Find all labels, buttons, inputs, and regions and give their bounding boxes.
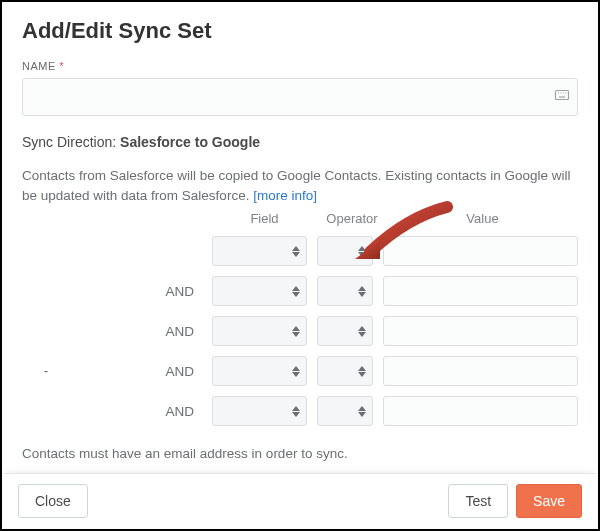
col-header-field: Field — [212, 211, 317, 226]
field-select[interactable] — [212, 396, 307, 426]
sync-note: Contacts must have an email address in o… — [22, 446, 578, 475]
keyboard-icon — [554, 87, 570, 107]
select-caret-icon — [358, 326, 366, 337]
required-asterisk: * — [59, 60, 64, 72]
sync-direction-value: Salesforce to Google — [120, 134, 260, 150]
value-input[interactable] — [383, 316, 578, 346]
and-label: AND — [22, 404, 212, 419]
name-input[interactable] — [22, 78, 578, 116]
and-label: AND — [22, 324, 212, 339]
test-button[interactable]: Test — [448, 484, 508, 518]
more-info-link[interactable]: [more info] — [253, 188, 317, 203]
select-caret-icon — [292, 326, 300, 337]
svg-rect-0 — [556, 91, 569, 100]
col-header-value: Value — [387, 211, 578, 226]
select-caret-icon — [358, 406, 366, 417]
and-label: AND — [22, 284, 212, 299]
sync-description: Contacts from Salesforce will be copied … — [22, 166, 578, 205]
sync-direction-line: Sync Direction: Salesforce to Google — [22, 134, 578, 150]
field-select[interactable] — [212, 356, 307, 386]
dialog-footer: Close Test Save — [4, 473, 596, 527]
filter-row — [22, 236, 578, 266]
select-caret-icon — [292, 246, 300, 257]
select-caret-icon — [292, 286, 300, 297]
select-caret-icon — [358, 286, 366, 297]
value-input[interactable] — [383, 236, 578, 266]
row-dash: - — [44, 364, 48, 378]
col-header-operator: Operator — [317, 211, 387, 226]
operator-select[interactable] — [317, 236, 373, 266]
select-caret-icon — [358, 366, 366, 377]
save-button[interactable]: Save — [516, 484, 582, 518]
value-input[interactable] — [383, 356, 578, 386]
name-label: NAME * — [22, 60, 578, 72]
field-select[interactable] — [212, 276, 307, 306]
operator-select[interactable] — [317, 276, 373, 306]
operator-select[interactable] — [317, 316, 373, 346]
select-caret-icon — [292, 366, 300, 377]
value-input[interactable] — [383, 276, 578, 306]
value-input[interactable] — [383, 396, 578, 426]
select-caret-icon — [358, 246, 366, 257]
select-caret-icon — [292, 406, 300, 417]
dialog-title: Add/Edit Sync Set — [22, 18, 578, 44]
field-select[interactable] — [212, 236, 307, 266]
filter-row: AND — [22, 396, 578, 426]
filter-row: -AND — [22, 356, 578, 386]
operator-select[interactable] — [317, 396, 373, 426]
field-select[interactable] — [212, 316, 307, 346]
operator-select[interactable] — [317, 356, 373, 386]
filter-row: AND — [22, 316, 578, 346]
filter-table: Field Operator Value ANDAND-ANDAND — [22, 211, 578, 426]
filter-row: AND — [22, 276, 578, 306]
close-button[interactable]: Close — [18, 484, 88, 518]
and-label: AND — [22, 364, 212, 379]
